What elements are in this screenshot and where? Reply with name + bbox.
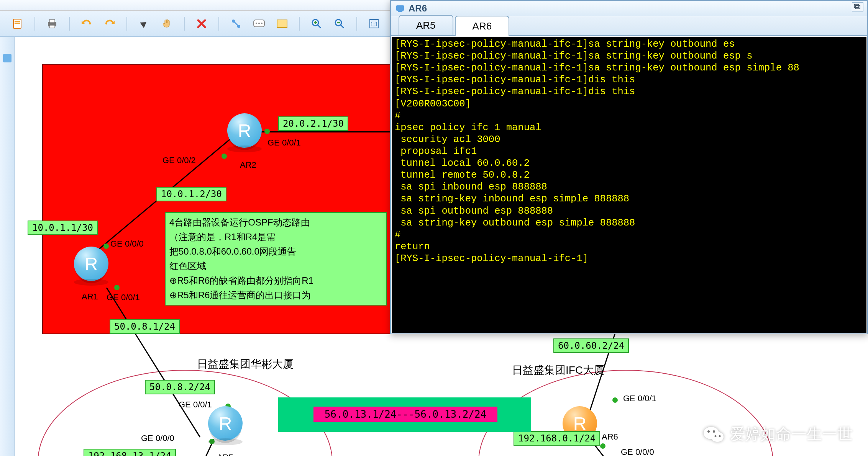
wechat-icon — [703, 425, 724, 443]
if-label: GE 0/0/0 — [110, 239, 144, 249]
zoom-out-icon[interactable] — [333, 18, 346, 30]
svg-point-25 — [711, 432, 724, 442]
pan-tool-icon[interactable] — [161, 18, 173, 30]
device-label-ar1: AR1 — [82, 292, 98, 302]
new-doc-icon[interactable] — [11, 18, 24, 30]
topology-note-text: 4台路由器设备运行OSPF动态路由 （注意的是，R1和R4是需 把50.0.8.… — [169, 215, 382, 302]
toolbar-separator — [126, 17, 127, 31]
terminal-title: AR6 — [409, 3, 427, 14]
toolbar-separator — [34, 17, 35, 31]
terminal-output: [RYS-I-ipsec-policy-manual-ifc-1]sa stri… — [392, 37, 866, 266]
note-tool-icon[interactable] — [253, 18, 265, 30]
device-label-ar5: AR5 — [217, 453, 233, 456]
redo-icon[interactable] — [103, 18, 116, 30]
if-label: GE 0/0/1 — [267, 138, 301, 148]
terminal-tab-ar5[interactable]: AR5 — [399, 15, 453, 35]
toolbar-separator — [356, 17, 357, 31]
ip-label: 60.0.60.2/24 — [553, 338, 629, 353]
device-label-ar2: AR2 — [240, 160, 256, 170]
svg-text:1:1: 1:1 — [370, 21, 378, 27]
watermark: 爱婷如命一生一世 — [703, 423, 853, 445]
select-tool-icon[interactable] — [138, 18, 150, 30]
port-dot — [600, 443, 605, 449]
terminal-app-icon — [395, 4, 405, 13]
tunnel-pair-label: 56.0.13.1/24---56.0.13.2/24 — [325, 409, 487, 420]
sidebar-tool-icon[interactable] — [1, 52, 13, 64]
terminal-tab-bar: AR5 AR6 — [391, 16, 867, 36]
svg-rect-1 — [15, 21, 20, 22]
svg-rect-31 — [398, 11, 402, 12]
port-dot — [114, 285, 120, 290]
svg-rect-5 — [49, 25, 55, 28]
svg-rect-2 — [15, 23, 20, 24]
svg-rect-23 — [3, 54, 11, 62]
tunnel-pink-bar: 56.0.13.1/24---56.0.13.2/24 — [313, 407, 497, 422]
port-dot — [264, 129, 270, 134]
svg-point-27 — [713, 430, 715, 433]
ip-label: 20.0.2.1/30 — [278, 116, 348, 131]
toolbar-separator — [218, 17, 219, 31]
zoom-fit-icon[interactable]: 1:1 — [368, 18, 380, 30]
terminal-tab-ar6[interactable]: AR6 — [455, 16, 510, 36]
if-label: GE 0/0/2 — [162, 155, 196, 165]
undo-icon[interactable] — [80, 18, 93, 30]
topology-note: 4台路由器设备运行OSPF动态路由 （注意的是，R1和R4是需 把50.0.8.… — [165, 212, 387, 306]
ip-label: 192.168.0.1/24 — [514, 431, 600, 446]
left-sidebar — [0, 37, 15, 456]
port-dot — [103, 244, 109, 249]
svg-point-12 — [261, 23, 263, 24]
link-tool-icon[interactable] — [230, 18, 242, 30]
site-b-label: 日益盛集团IFC大厦 — [512, 363, 604, 378]
port-dot — [222, 154, 227, 159]
svg-rect-30 — [396, 5, 404, 11]
ip-label: 192.168.13.1/24 — [84, 449, 176, 456]
ip-label: 50.0.8.2/24 — [145, 380, 215, 394]
terminal-tab-label: AR5 — [416, 20, 436, 31]
if-label: GE 0/0/0 — [621, 447, 654, 456]
svg-point-10 — [256, 23, 257, 24]
if-label: GE 0/0/1 — [179, 400, 212, 410]
device-label-ar6: AR6 — [602, 432, 618, 442]
watermark-text: 爱婷如命一生一世 — [730, 423, 853, 445]
router-ar5[interactable]: R — [208, 406, 243, 441]
rect-tool-icon[interactable] — [276, 18, 288, 30]
toolbar-separator — [299, 17, 300, 31]
svg-rect-13 — [277, 20, 287, 28]
svg-point-11 — [258, 23, 260, 24]
toolbar-separator — [184, 17, 185, 31]
if-label: GE 0/0/0 — [141, 433, 174, 443]
svg-point-26 — [707, 430, 710, 433]
ip-label: 50.0.8.1/24 — [110, 319, 180, 334]
svg-rect-33 — [854, 4, 859, 8]
site-a-label: 日益盛集团华彬大厦 — [197, 357, 294, 371]
toolbar-separator — [69, 17, 70, 31]
zoom-in-icon[interactable] — [310, 18, 323, 30]
router-ar2[interactable]: R — [227, 113, 262, 148]
if-label: GE 0/0/1 — [623, 394, 656, 404]
svg-line-19 — [341, 25, 344, 28]
port-dot — [612, 397, 618, 403]
router-ar1[interactable]: R — [74, 247, 108, 281]
svg-point-28 — [715, 435, 717, 437]
ip-label: 10.0.1.1/30 — [28, 221, 98, 235]
if-label: GE 0/0/1 — [107, 293, 140, 302]
terminal-body[interactable]: [RYS-I-ipsec-policy-manual-ifc-1]sa stri… — [392, 37, 866, 333]
svg-rect-32 — [855, 5, 860, 9]
svg-point-29 — [719, 435, 721, 437]
svg-line-8 — [234, 22, 238, 26]
terminal-tab-label: AR6 — [473, 20, 492, 32]
delete-icon[interactable] — [195, 18, 208, 30]
print-icon[interactable] — [46, 18, 58, 30]
svg-rect-4 — [49, 20, 55, 23]
ip-label: 10.0.1.2/30 — [156, 187, 226, 201]
terminal-titlebar[interactable]: AR6 — [391, 1, 867, 16]
svg-line-15 — [318, 25, 321, 28]
restore-window-icon[interactable] — [852, 2, 863, 11]
terminal-window[interactable]: AR6 AR5 AR6 [RYS-I-ipsec-policy-manual-i… — [390, 0, 868, 334]
